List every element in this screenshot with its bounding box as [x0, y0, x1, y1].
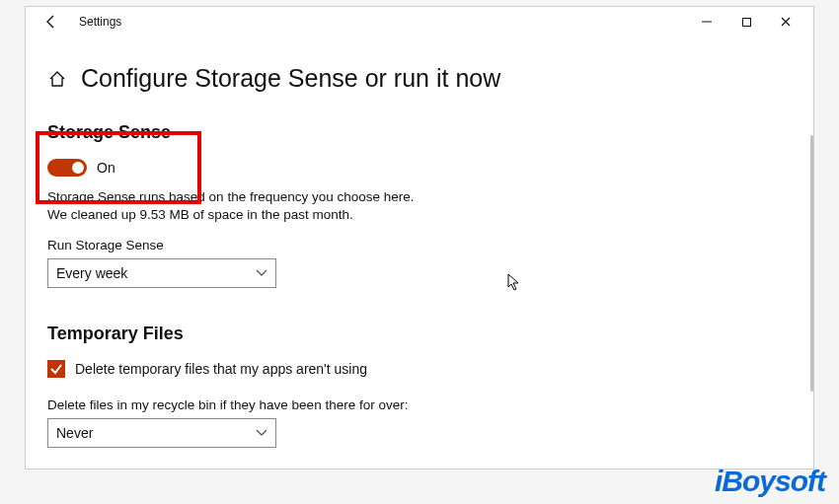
- watermark: iBoysoft: [715, 465, 825, 498]
- delete-temp-files-checkbox[interactable]: [47, 360, 65, 378]
- maximize-button[interactable]: [726, 8, 766, 36]
- temporary-files-heading: Temporary Files: [47, 324, 792, 344]
- home-icon[interactable]: [47, 69, 67, 89]
- run-storage-sense-value: Every week: [56, 265, 127, 281]
- svg-rect-1: [742, 18, 750, 26]
- scrollbar-thumb[interactable]: [810, 135, 813, 392]
- run-storage-sense-label: Run Storage Sense: [47, 238, 792, 252]
- mouse-cursor: [507, 273, 521, 291]
- storage-sense-toggle-label: On: [97, 160, 115, 176]
- scrollbar[interactable]: [810, 135, 813, 467]
- recycle-bin-label: Delete files in my recycle bin if they h…: [47, 397, 792, 412]
- content-area: Configure Storage Sense or run it now St…: [26, 36, 813, 468]
- close-button[interactable]: [766, 8, 805, 36]
- settings-window: Settings Configure Storage Sense or run …: [25, 6, 814, 469]
- page-header: Configure Storage Sense or run it now: [47, 64, 792, 93]
- storage-sense-heading: Storage Sense: [47, 122, 792, 143]
- delete-temp-files-row: Delete temporary files that my apps aren…: [47, 360, 792, 378]
- storage-sense-description: Storage Sense runs based on the frequenc…: [47, 188, 422, 224]
- chevron-down-icon: [256, 266, 267, 280]
- delete-temp-files-label: Delete temporary files that my apps aren…: [75, 361, 367, 377]
- minimize-button[interactable]: [687, 8, 726, 36]
- storage-sense-toggle-row: On: [47, 159, 792, 177]
- titlebar: Settings: [26, 7, 813, 36]
- back-button[interactable]: [41, 12, 61, 32]
- chevron-down-icon: [256, 426, 267, 440]
- page-title: Configure Storage Sense or run it now: [81, 64, 500, 93]
- recycle-bin-dropdown[interactable]: Never: [47, 418, 276, 448]
- run-storage-sense-dropdown[interactable]: Every week: [47, 258, 276, 288]
- storage-sense-toggle[interactable]: [47, 159, 87, 177]
- recycle-bin-value: Never: [56, 425, 93, 441]
- window-controls: [687, 8, 805, 36]
- app-name: Settings: [79, 15, 121, 29]
